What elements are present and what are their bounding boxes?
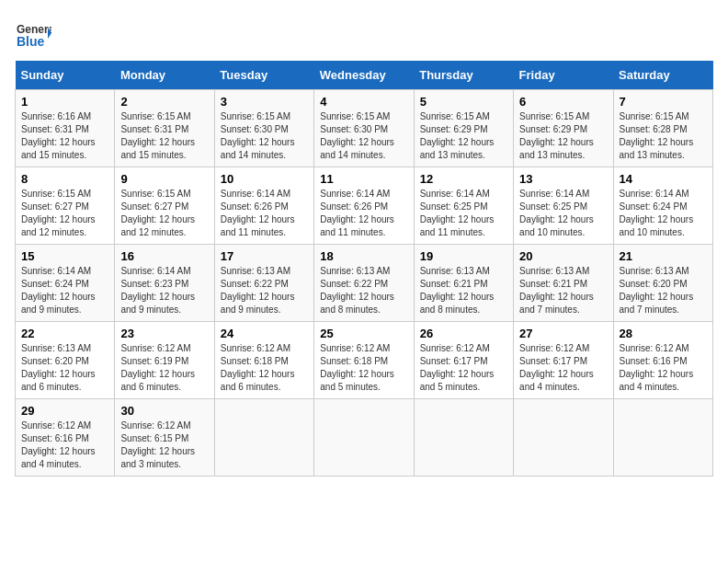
calendar-cell: 3Sunrise: 6:15 AM Sunset: 6:30 PM Daylig… xyxy=(214,90,313,167)
day-info: Sunrise: 6:13 AM Sunset: 6:22 PM Dayligh… xyxy=(320,265,407,316)
day-info: Sunrise: 6:13 AM Sunset: 6:20 PM Dayligh… xyxy=(620,265,707,316)
day-info: Sunrise: 6:14 AM Sunset: 6:24 PM Dayligh… xyxy=(620,188,707,239)
calendar-cell: 23Sunrise: 6:12 AM Sunset: 6:19 PM Dayli… xyxy=(115,322,214,399)
page-header: General Blue xyxy=(15,15,713,52)
day-number: 29 xyxy=(21,404,108,418)
day-info: Sunrise: 6:16 AM Sunset: 6:31 PM Dayligh… xyxy=(21,110,108,162)
day-number: 23 xyxy=(120,327,208,340)
day-info: Sunrise: 6:14 AM Sunset: 6:24 PM Dayligh… xyxy=(21,265,108,316)
day-info: Sunrise: 6:13 AM Sunset: 6:21 PM Dayligh… xyxy=(519,265,607,316)
calendar-cell: 16Sunrise: 6:14 AM Sunset: 6:23 PM Dayli… xyxy=(115,245,214,322)
day-number: 27 xyxy=(519,327,607,340)
day-number: 30 xyxy=(120,404,208,418)
calendar-cell: 9Sunrise: 6:15 AM Sunset: 6:27 PM Daylig… xyxy=(115,167,214,245)
calendar-cell: 29Sunrise: 6:12 AM Sunset: 6:16 PM Dayli… xyxy=(16,399,115,477)
day-number: 13 xyxy=(519,172,607,186)
day-number: 10 xyxy=(221,172,308,186)
calendar-cell: 28Sunrise: 6:12 AM Sunset: 6:16 PM Dayli… xyxy=(613,322,712,399)
calendar-cell xyxy=(514,399,613,477)
day-number: 21 xyxy=(620,249,707,263)
day-number: 18 xyxy=(320,249,407,263)
week-row-4: 22Sunrise: 6:13 AM Sunset: 6:20 PM Dayli… xyxy=(16,322,713,399)
day-info: Sunrise: 6:12 AM Sunset: 6:17 PM Dayligh… xyxy=(420,342,507,394)
week-row-5: 29Sunrise: 6:12 AM Sunset: 6:16 PM Dayli… xyxy=(16,399,713,477)
day-info: Sunrise: 6:12 AM Sunset: 6:18 PM Dayligh… xyxy=(221,342,308,394)
day-info: Sunrise: 6:15 AM Sunset: 6:28 PM Dayligh… xyxy=(620,110,707,162)
day-number: 14 xyxy=(620,172,707,186)
day-number: 3 xyxy=(221,95,308,109)
day-info: Sunrise: 6:12 AM Sunset: 6:15 PM Dayligh… xyxy=(120,419,208,471)
week-row-2: 8Sunrise: 6:15 AM Sunset: 6:27 PM Daylig… xyxy=(16,167,713,245)
day-info: Sunrise: 6:12 AM Sunset: 6:18 PM Dayligh… xyxy=(320,342,407,394)
calendar-cell: 13Sunrise: 6:14 AM Sunset: 6:25 PM Dayli… xyxy=(514,167,613,245)
calendar-cell: 26Sunrise: 6:12 AM Sunset: 6:17 PM Dayli… xyxy=(414,322,513,399)
day-number: 12 xyxy=(420,172,507,186)
day-info: Sunrise: 6:12 AM Sunset: 6:19 PM Dayligh… xyxy=(120,342,208,394)
logo: General Blue xyxy=(15,15,51,52)
day-info: Sunrise: 6:13 AM Sunset: 6:20 PM Dayligh… xyxy=(21,342,108,394)
day-header-saturday: Saturday xyxy=(613,61,712,90)
calendar-cell: 25Sunrise: 6:12 AM Sunset: 6:18 PM Dayli… xyxy=(314,322,414,399)
calendar-cell: 22Sunrise: 6:13 AM Sunset: 6:20 PM Dayli… xyxy=(16,322,115,399)
calendar-cell: 19Sunrise: 6:13 AM Sunset: 6:21 PM Dayli… xyxy=(414,245,513,322)
calendar-cell: 7Sunrise: 6:15 AM Sunset: 6:28 PM Daylig… xyxy=(613,90,712,167)
day-number: 8 xyxy=(21,172,108,186)
calendar-cell: 14Sunrise: 6:14 AM Sunset: 6:24 PM Dayli… xyxy=(613,167,712,245)
day-number: 28 xyxy=(620,327,707,340)
calendar-table: SundayMondayTuesdayWednesdayThursdayFrid… xyxy=(15,61,713,477)
calendar-cell: 6Sunrise: 6:15 AM Sunset: 6:29 PM Daylig… xyxy=(514,90,613,167)
calendar-cell xyxy=(214,399,313,477)
calendar-cell: 5Sunrise: 6:15 AM Sunset: 6:29 PM Daylig… xyxy=(414,90,513,167)
calendar-cell: 17Sunrise: 6:13 AM Sunset: 6:22 PM Dayli… xyxy=(214,245,313,322)
calendar-cell: 10Sunrise: 6:14 AM Sunset: 6:26 PM Dayli… xyxy=(214,167,313,245)
day-info: Sunrise: 6:12 AM Sunset: 6:17 PM Dayligh… xyxy=(519,342,607,394)
day-number: 17 xyxy=(221,249,308,263)
day-number: 25 xyxy=(320,327,407,340)
calendar-cell: 8Sunrise: 6:15 AM Sunset: 6:27 PM Daylig… xyxy=(16,167,115,245)
day-info: Sunrise: 6:15 AM Sunset: 6:29 PM Dayligh… xyxy=(519,110,607,162)
day-number: 7 xyxy=(620,95,707,109)
day-info: Sunrise: 6:15 AM Sunset: 6:27 PM Dayligh… xyxy=(21,188,108,239)
calendar-cell: 20Sunrise: 6:13 AM Sunset: 6:21 PM Dayli… xyxy=(514,245,613,322)
day-info: Sunrise: 6:14 AM Sunset: 6:25 PM Dayligh… xyxy=(420,188,507,239)
calendar-cell: 21Sunrise: 6:13 AM Sunset: 6:20 PM Dayli… xyxy=(613,245,712,322)
day-header-sunday: Sunday xyxy=(16,61,115,90)
day-info: Sunrise: 6:13 AM Sunset: 6:21 PM Dayligh… xyxy=(420,265,507,316)
day-info: Sunrise: 6:15 AM Sunset: 6:27 PM Dayligh… xyxy=(120,188,208,239)
calendar-cell: 15Sunrise: 6:14 AM Sunset: 6:24 PM Dayli… xyxy=(16,245,115,322)
calendar-cell: 18Sunrise: 6:13 AM Sunset: 6:22 PM Dayli… xyxy=(314,245,414,322)
day-info: Sunrise: 6:14 AM Sunset: 6:25 PM Dayligh… xyxy=(519,188,607,239)
day-info: Sunrise: 6:12 AM Sunset: 6:16 PM Dayligh… xyxy=(21,419,108,471)
calendar-cell: 1Sunrise: 6:16 AM Sunset: 6:31 PM Daylig… xyxy=(16,90,115,167)
day-number: 24 xyxy=(221,327,308,340)
calendar-cell: 12Sunrise: 6:14 AM Sunset: 6:25 PM Dayli… xyxy=(414,167,513,245)
day-number: 19 xyxy=(420,249,507,263)
day-number: 1 xyxy=(21,95,108,109)
calendar-cell: 27Sunrise: 6:12 AM Sunset: 6:17 PM Dayli… xyxy=(514,322,613,399)
day-number: 15 xyxy=(21,249,108,263)
day-number: 9 xyxy=(120,172,208,186)
day-info: Sunrise: 6:14 AM Sunset: 6:26 PM Dayligh… xyxy=(221,188,308,239)
calendar-cell: 2Sunrise: 6:15 AM Sunset: 6:31 PM Daylig… xyxy=(115,90,214,167)
calendar-cell: 24Sunrise: 6:12 AM Sunset: 6:18 PM Dayli… xyxy=(214,322,313,399)
week-row-3: 15Sunrise: 6:14 AM Sunset: 6:24 PM Dayli… xyxy=(16,245,713,322)
day-header-thursday: Thursday xyxy=(414,61,513,90)
logo-svg: General Blue xyxy=(15,15,51,52)
day-number: 11 xyxy=(320,172,407,186)
day-info: Sunrise: 6:14 AM Sunset: 6:23 PM Dayligh… xyxy=(120,265,208,316)
day-number: 20 xyxy=(519,249,607,263)
calendar-cell: 30Sunrise: 6:12 AM Sunset: 6:15 PM Dayli… xyxy=(115,399,214,477)
day-info: Sunrise: 6:14 AM Sunset: 6:26 PM Dayligh… xyxy=(320,188,407,239)
day-header-wednesday: Wednesday xyxy=(314,61,414,90)
day-info: Sunrise: 6:13 AM Sunset: 6:22 PM Dayligh… xyxy=(221,265,308,316)
day-number: 2 xyxy=(120,95,208,109)
day-info: Sunrise: 6:15 AM Sunset: 6:30 PM Dayligh… xyxy=(221,110,308,162)
calendar-cell: 4Sunrise: 6:15 AM Sunset: 6:30 PM Daylig… xyxy=(314,90,414,167)
svg-text:Blue: Blue xyxy=(17,34,45,49)
day-info: Sunrise: 6:15 AM Sunset: 6:30 PM Dayligh… xyxy=(320,110,407,162)
calendar-cell xyxy=(314,399,414,477)
day-number: 6 xyxy=(519,95,607,109)
day-header-tuesday: Tuesday xyxy=(214,61,313,90)
week-row-1: 1Sunrise: 6:16 AM Sunset: 6:31 PM Daylig… xyxy=(16,90,713,167)
day-number: 5 xyxy=(420,95,507,109)
